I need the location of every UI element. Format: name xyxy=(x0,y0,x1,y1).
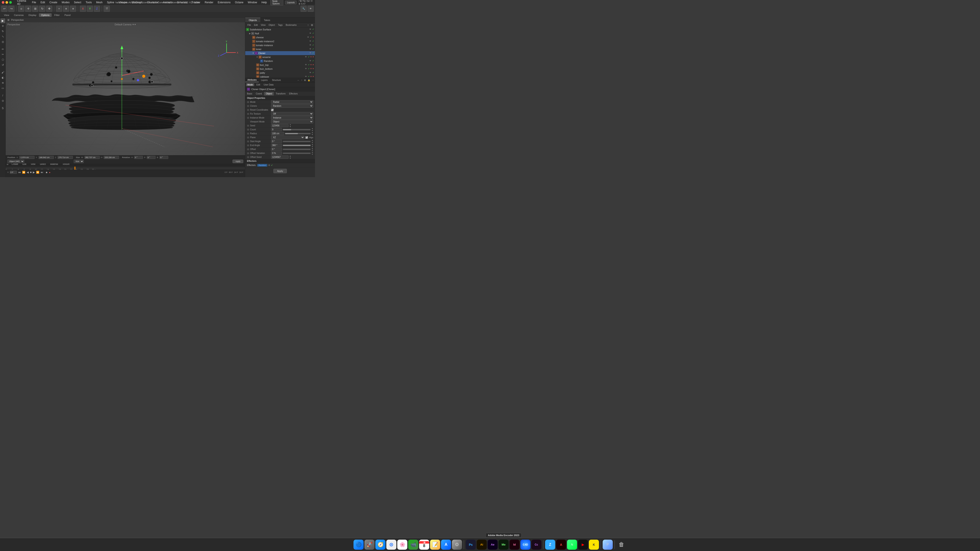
coord-apply-button[interactable]: Apply xyxy=(232,160,243,163)
basic-tab[interactable]: Basic xyxy=(245,92,254,95)
viewer-button[interactable]: 👁 xyxy=(307,6,314,12)
instance-mode-info-dot[interactable]: i xyxy=(247,117,249,119)
move-button[interactable]: ✛ xyxy=(25,6,31,12)
structure-tab[interactable]: Structure xyxy=(270,78,283,82)
menu-spline[interactable]: Spline xyxy=(106,1,115,4)
goto-start-button[interactable]: ⏮ xyxy=(18,171,21,174)
takes-tab[interactable]: Takes xyxy=(260,18,274,22)
tree-item-tomato-instance2[interactable]: I tomato instance2 👁 ✓ xyxy=(245,39,315,43)
count-up[interactable]: ▲ xyxy=(312,127,313,129)
viewport-mode-dropdown[interactable]: Object xyxy=(271,120,313,124)
live-select-button[interactable]: ◎ xyxy=(18,6,24,12)
tree-item-null[interactable]: ▶ N Null 👁 ✓ xyxy=(245,32,315,35)
eye-icon-sesame[interactable]: 👁 xyxy=(305,56,307,59)
end-angle-slider[interactable] xyxy=(283,145,310,146)
viewport[interactable]: ⊞ Perspective Perspective Default Camera… xyxy=(6,17,245,177)
eye-icon[interactable]: 👁 xyxy=(309,28,312,31)
end-angle-info-dot[interactable]: i xyxy=(247,144,249,146)
knife-tool[interactable]: ✂ xyxy=(0,52,5,57)
eye-icon-patty[interactable]: 👁 xyxy=(309,71,312,74)
live-select-tool[interactable]: ◎ xyxy=(0,39,5,44)
radius-input[interactable] xyxy=(271,132,284,135)
y-axis-button[interactable]: Y xyxy=(87,6,93,12)
menu-render[interactable]: Render xyxy=(204,1,214,4)
eye-icon-buntop[interactable]: 👁 xyxy=(305,64,307,66)
tree-item-cheese[interactable]: O cheese 👁 ✓ ✕ xyxy=(245,35,315,39)
close-button[interactable] xyxy=(2,1,5,4)
plane-dropdown[interactable]: XZ xyxy=(271,135,304,139)
spline-tool[interactable]: S xyxy=(0,106,5,111)
radius-slider[interactable] xyxy=(285,133,310,134)
menu-cinema4d[interactable]: Cinema 4D xyxy=(16,0,29,5)
offset-up[interactable]: ▲ xyxy=(312,147,313,149)
smooth-tool[interactable]: ≋ xyxy=(0,81,5,85)
reset-info-dot[interactable]: i xyxy=(247,109,249,111)
instance-mode-dropdown[interactable]: Instance xyxy=(271,116,313,120)
clones-dropdown[interactable]: Random xyxy=(271,104,313,108)
mode-info-dot[interactable]: i xyxy=(247,101,249,103)
bridge-tool[interactable]: ⬡ xyxy=(0,57,5,62)
clones-info-dot[interactable]: i xyxy=(247,105,249,107)
tree-item-patty[interactable]: O patty 👁 ✓ xyxy=(245,71,315,75)
user-data-btn[interactable]: User Data xyxy=(262,83,275,86)
fix-texture-info-dot[interactable]: i xyxy=(247,113,249,115)
menu-octane[interactable]: Octane xyxy=(234,1,244,4)
y-pos-input[interactable] xyxy=(38,156,54,159)
offset-slider[interactable] xyxy=(283,149,310,150)
panel-bookmarks-btn[interactable]: Bookmarks xyxy=(284,24,298,27)
rotate-button[interactable]: ↻ xyxy=(39,6,45,12)
autokey-button[interactable]: ● xyxy=(49,171,50,174)
attr-up-btn[interactable]: ↑ xyxy=(300,79,303,81)
eye-icon-random[interactable]: 👁 xyxy=(309,60,312,62)
loop-tool[interactable]: ↺ xyxy=(0,62,5,67)
panel-tab[interactable]: Panel xyxy=(62,13,73,17)
seed-input[interactable] xyxy=(271,124,288,127)
menu-modes[interactable]: Modes xyxy=(61,1,70,4)
radius-down[interactable]: ▼ xyxy=(312,133,313,135)
viewport-canvas[interactable]: Perspective Default Camera ✦✦ Grid Spaci… xyxy=(6,22,245,177)
current-frame-input[interactable] xyxy=(10,171,17,174)
panel-up-btn[interactable]: ↑ xyxy=(307,24,310,27)
h-rot-input[interactable] xyxy=(134,156,143,159)
tree-item-cloner[interactable]: ▼ C Cloner 👁 ✓ xyxy=(245,51,315,55)
play-reverse-button[interactable]: ◀ xyxy=(27,171,29,174)
menu-tools[interactable]: Tools xyxy=(85,1,92,4)
p-rot-input[interactable] xyxy=(147,156,156,159)
panel-view-btn[interactable]: View xyxy=(259,24,267,27)
end-angle-input[interactable] xyxy=(271,144,282,147)
render-active-button[interactable]: 🎬 xyxy=(104,6,110,12)
menu-extensions[interactable]: Extensions xyxy=(217,1,231,4)
scale-button[interactable]: ⊞ xyxy=(32,6,38,12)
eye-icon-null[interactable]: 👁 xyxy=(309,32,312,35)
magnet-tool[interactable]: ⊙ xyxy=(0,98,5,103)
transform-tab[interactable]: Transform xyxy=(274,92,287,95)
effector-config-icon[interactable]: ⚙ xyxy=(268,164,270,167)
z-pos-input[interactable] xyxy=(57,156,73,159)
record-button[interactable]: ⏺ xyxy=(46,171,48,174)
tree-item-tomato-instance[interactable]: I tomato instance 👁 ✓ xyxy=(245,43,315,47)
offset-variation-input[interactable] xyxy=(271,151,282,155)
objects-tab[interactable]: Objects xyxy=(245,18,260,22)
select-tool[interactable]: ▶ xyxy=(0,18,5,23)
stop-button[interactable]: ■ xyxy=(30,171,32,174)
move-tool[interactable]: ✛ xyxy=(0,24,5,29)
offset-var-up[interactable]: ▲ xyxy=(312,151,313,153)
align-checkbox[interactable] xyxy=(305,136,308,139)
attributes-tab[interactable]: Attributes xyxy=(245,78,259,82)
menu-mesh[interactable]: Mesh xyxy=(95,1,103,4)
offset-seed-up[interactable]: ▲ xyxy=(290,155,291,157)
radius-up[interactable]: ▲ xyxy=(312,132,313,133)
eye-icon-toner[interactable]: 👁 xyxy=(309,48,312,51)
coord-tab[interactable]: Coord. xyxy=(254,92,264,95)
object-tab[interactable]: Object xyxy=(264,92,274,95)
options-tab[interactable]: Options xyxy=(39,13,52,17)
mode-btn[interactable]: Mode xyxy=(246,83,254,86)
offset-seed-info-dot[interactable]: i xyxy=(247,156,249,158)
menu-select[interactable]: Select xyxy=(73,1,82,4)
w-size-input[interactable] xyxy=(84,156,100,159)
render-settings-button[interactable]: 🔧 xyxy=(301,6,307,12)
count-info-dot[interactable]: i xyxy=(247,129,249,131)
start-angle-slider[interactable] xyxy=(283,141,310,142)
seed-info-dot[interactable]: i xyxy=(247,125,249,127)
layers-tab[interactable]: Layers xyxy=(259,78,270,82)
